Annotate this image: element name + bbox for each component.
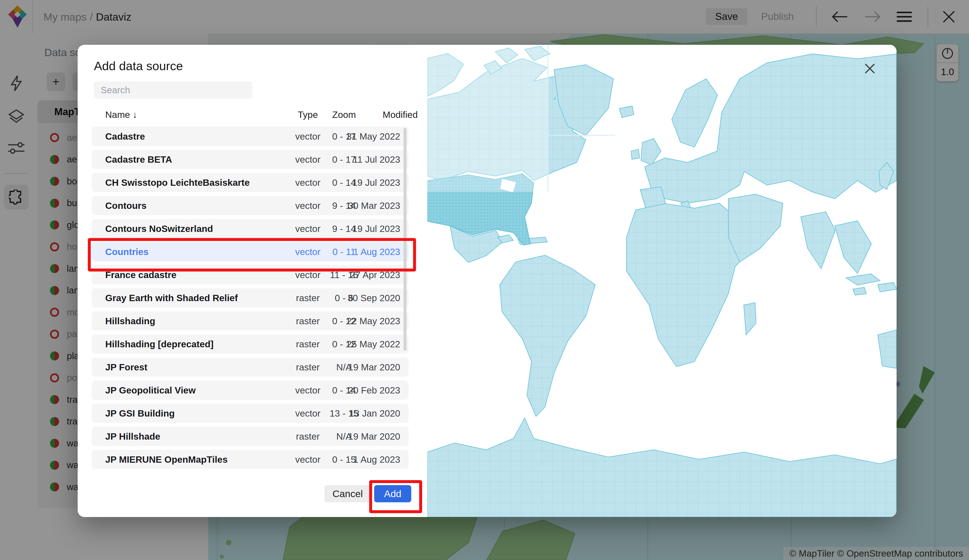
row-modified: 27 Apr 2023	[350, 270, 400, 280]
row-modified: 25 May 2022	[346, 339, 400, 350]
row-type: raster	[296, 316, 320, 326]
row-modified: 19 Jul 2023	[352, 224, 400, 234]
row-name: Hillshading	[105, 316, 155, 326]
table-row[interactable]: JP Hillshade raster N/A 19 Mar 2020	[92, 427, 409, 446]
table-header: Name ↓ Type Zoom Modified	[92, 105, 409, 123]
row-type: vector	[295, 247, 321, 257]
table-row[interactable]: Cadastre vector 0 - 17 31 May 2022	[92, 127, 409, 146]
add-button[interactable]: Add	[374, 485, 411, 502]
row-zoom: 0 - 17	[332, 154, 356, 165]
preview-map-graphic	[427, 45, 897, 517]
column-name[interactable]: Name ↓	[105, 110, 137, 120]
row-modified: 19 Jul 2023	[352, 178, 400, 188]
column-zoom[interactable]: Zoom	[332, 110, 356, 120]
row-name: Contours NoSwitzerland	[105, 224, 213, 234]
row-type: vector	[295, 270, 321, 280]
table-row[interactable]: CH Swisstopo LeichteBasiskarte vector 0 …	[92, 173, 409, 192]
table-row[interactable]: JP Geopolitical View vector 0 - 14 20 Fe…	[92, 381, 409, 400]
row-name: JP Hillshade	[105, 431, 160, 442]
row-type: vector	[295, 201, 321, 211]
row-modified: 1 Aug 2023	[353, 247, 400, 257]
table-row[interactable]: France cadastre vector 11 - 16 27 Apr 20…	[92, 265, 409, 284]
table-scrollbar[interactable]	[404, 128, 406, 351]
row-type: raster	[296, 293, 320, 303]
row-modified: 1 Aug 2023	[353, 454, 400, 465]
preview-map[interactable]	[427, 45, 897, 517]
row-type: raster	[296, 362, 320, 373]
row-name: Hillshading [deprecated]	[105, 339, 213, 350]
row-zoom: 0 - 15	[332, 454, 356, 465]
row-type: vector	[295, 154, 321, 165]
row-modified: 22 May 2023	[346, 316, 400, 326]
row-type: vector	[295, 408, 321, 419]
table-row[interactable]: JP MIERUNE OpenMapTiles vector 0 - 15 1 …	[92, 450, 409, 469]
data-source-table: Cadastre vector 0 - 17 31 May 2022 Cadas…	[92, 127, 409, 473]
row-name: CH Swisstopo LeichteBasiskarte	[105, 178, 250, 188]
row-name: JP MIERUNE OpenMapTiles	[105, 454, 228, 465]
table-row[interactable]: JP GSI Building vector 13 - 15 13 Jan 20…	[92, 404, 409, 423]
cancel-button[interactable]: Cancel	[325, 485, 371, 502]
row-modified: 20 Feb 2023	[348, 385, 400, 396]
table-row[interactable]: Contours vector 9 - 14 30 Mar 2023	[92, 196, 409, 215]
table-row[interactable]: Gray Earth with Shaded Relief raster 0 -…	[92, 288, 409, 307]
row-zoom: 0 - 11	[333, 247, 356, 257]
row-name: Contours	[105, 201, 147, 211]
row-type: vector	[295, 385, 321, 396]
modal-title: Add data source	[94, 59, 183, 73]
row-type: raster	[296, 431, 320, 442]
row-modified: 11 Jul 2023	[353, 154, 400, 165]
row-name: Gray Earth with Shaded Relief	[105, 293, 238, 303]
row-name: Countries	[105, 247, 148, 257]
row-name: Cadastre BETA	[105, 154, 172, 165]
row-name: JP GSI Building	[105, 408, 175, 419]
modal-left-pane: Add data source Name ↓ Type Zoom Modifie…	[78, 45, 427, 517]
column-modified[interactable]: Modified	[383, 110, 418, 120]
app-window: © MapTiler © OpenStreetMap contributors …	[0, 0, 969, 560]
row-type: vector	[295, 178, 321, 188]
add-data-source-modal: Add data source Name ↓ Type Zoom Modifie…	[78, 45, 897, 517]
row-modified: 13 Jan 2020	[349, 408, 400, 419]
row-type: vector	[295, 131, 321, 142]
row-type: vector	[295, 224, 321, 234]
search-input[interactable]	[94, 81, 252, 99]
row-modified: 19 Mar 2020	[348, 362, 400, 373]
row-name: France cadastre	[105, 270, 176, 280]
column-type[interactable]: Type	[298, 110, 318, 120]
table-row[interactable]: Cadastre BETA vector 0 - 17 11 Jul 2023	[92, 150, 409, 169]
table-row[interactable]: JP Forest raster N/A 19 Mar 2020	[92, 357, 409, 377]
table-row[interactable]: Hillshading raster 0 - 12 22 May 2023	[92, 311, 409, 331]
modal-close-icon[interactable]	[860, 58, 880, 79]
row-name: Cadastre	[105, 131, 145, 142]
row-type: vector	[295, 454, 321, 465]
row-modified: 30 Sep 2020	[348, 293, 400, 303]
row-name: JP Geopolitical View	[105, 385, 196, 396]
table-row[interactable]: Countries vector 0 - 11 1 Aug 2023	[92, 242, 409, 261]
row-type: raster	[296, 339, 320, 350]
row-modified: 31 May 2022	[346, 131, 400, 142]
row-modified: 19 Mar 2020	[348, 431, 400, 442]
table-row[interactable]: Hillshading [deprecated] raster 0 - 12 2…	[92, 334, 409, 354]
row-modified: 30 Mar 2023	[348, 201, 400, 211]
table-row[interactable]: Contours NoSwitzerland vector 9 - 14 19 …	[92, 219, 409, 238]
row-name: JP Forest	[105, 362, 147, 373]
